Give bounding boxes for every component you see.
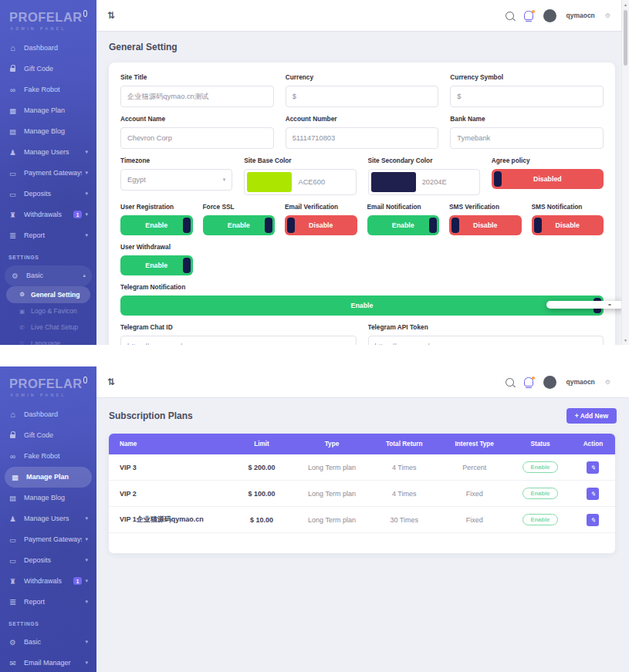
user-settings-icon[interactable]: ⚙ xyxy=(605,379,610,386)
timezone-select[interactable]: Egypt ▾ xyxy=(120,169,232,191)
text-input[interactable]: Chevron Corp xyxy=(120,127,274,149)
sidebar-item-label: Dashboard xyxy=(24,44,88,52)
sidebar-item-label: Manage Users xyxy=(24,515,82,522)
collapse-menu-icon[interactable]: ⇅ xyxy=(107,377,115,387)
setting-toggle[interactable]: Enable xyxy=(203,215,276,235)
sidebar-item[interactable]: Manage Users xyxy=(0,508,96,529)
user-settings-icon[interactable]: ⚙ xyxy=(605,12,610,19)
sidebar-item[interactable]: Report xyxy=(0,592,96,613)
plan-action-cell xyxy=(571,514,615,526)
table-row: VIP 2 $ 100.00 Long Term plan 4 Times Fi… xyxy=(109,481,615,507)
telegram-notification-toggle[interactable]: Enable xyxy=(120,295,604,316)
scrollbar-thumb[interactable] xyxy=(624,10,628,66)
text-input[interactable]: https://qymao.cn/ xyxy=(120,336,357,345)
sidebar-item[interactable]: Gift Code xyxy=(0,59,96,79)
sidebar-item[interactable]: Dashboard xyxy=(0,404,96,425)
plan-limit: $ 100.00 xyxy=(228,490,294,498)
sidebar-item[interactable]: Fake Robot xyxy=(0,446,96,467)
page-content: Subscription Plans + Add New Name Limit … xyxy=(96,397,629,672)
secondary-color-input[interactable]: 20204E xyxy=(368,169,480,195)
sidebar-item[interactable]: Withdrawals 1 xyxy=(0,204,96,225)
text-input[interactable]: https://qymao.cn/ xyxy=(368,336,604,345)
sidebar: PROFELAR ADMIN PANEL Dashboard Gift Code… xyxy=(0,366,96,672)
sidebar-item[interactable]: Basic xyxy=(0,632,96,653)
notifications-bell-icon[interactable] xyxy=(524,11,533,20)
setting-toggle[interactable]: Disable xyxy=(532,215,604,235)
sidebar-item[interactable]: Fake Robot xyxy=(0,79,96,100)
scroll-up-arrow-icon[interactable]: ▲ xyxy=(622,2,629,7)
sidebar-item[interactable]: Payment Gateways xyxy=(0,529,96,550)
edit-button[interactable] xyxy=(587,514,599,526)
sidebar-item[interactable]: SETTINGS xyxy=(0,616,96,632)
setting-toggle[interactable]: Disable xyxy=(449,215,522,235)
search-icon[interactable] xyxy=(506,378,514,387)
setting-toggle[interactable]: Enable xyxy=(367,215,440,235)
user-avatar[interactable] xyxy=(543,9,556,22)
setting-toggle[interactable]: Enable xyxy=(120,215,193,235)
sidebar-item[interactable]: Payment Gateways xyxy=(0,163,96,184)
sidebar-item[interactable]: Manage Plan xyxy=(0,100,96,121)
status-badge[interactable]: Enable xyxy=(522,514,559,525)
sidebar-item[interactable]: Logo & Favicon xyxy=(0,303,96,319)
base-color-value: ACE600 xyxy=(298,178,325,186)
sogou-ime-toolbar xyxy=(546,301,625,309)
scroll-down-arrow-icon[interactable]: ▼ xyxy=(622,338,629,343)
sidebar-item[interactable]: Report xyxy=(0,225,96,246)
top-navbar: ⇅ qymaocn ⚙ xyxy=(96,0,629,31)
secondary-color-field: Site Secondary Color 20204E xyxy=(368,157,480,195)
form-row-withdrawal: User Withdrawal Enable xyxy=(120,243,604,275)
text-input[interactable]: 企业猫源码qymao.cn测试 xyxy=(120,86,274,107)
sidebar-item[interactable]: Manage Blog xyxy=(0,488,96,508)
setting-toggle[interactable]: Disable xyxy=(285,215,357,235)
timezone-value: Egypt xyxy=(127,176,146,184)
sidebar-item[interactable]: Gift Code xyxy=(0,425,96,446)
sidebar-item-label: Gift Code xyxy=(24,431,88,439)
status-badge[interactable]: Enable xyxy=(522,461,559,473)
base-color-input[interactable]: ACE600 xyxy=(244,169,356,195)
edit-button[interactable] xyxy=(587,488,599,500)
sidebar-item[interactable]: Withdrawals 1 xyxy=(0,571,96,592)
scrollbar[interactable]: ▲ ▼ xyxy=(621,0,629,345)
page: { "colors": { "accent_purple": "#7367f0"… xyxy=(0,0,629,672)
text-input[interactable]: 51114710803 xyxy=(286,127,439,149)
chevron-icon xyxy=(85,170,88,176)
username[interactable]: qymaocn xyxy=(566,12,595,19)
sidebar-item[interactable]: General Setting xyxy=(6,286,90,303)
text-input[interactable]: $ xyxy=(286,86,439,107)
collapse-menu-icon[interactable]: ⇅ xyxy=(107,10,115,21)
agree-policy-toggle[interactable]: Disabled xyxy=(492,169,604,189)
user-withdrawal-toggle[interactable]: Enable xyxy=(120,255,193,275)
sidebar-item[interactable]: Manage Plan xyxy=(5,467,92,488)
add-new-button[interactable]: + Add New xyxy=(566,408,617,424)
edit-button[interactable] xyxy=(587,461,599,474)
sidebar-item[interactable]: Deposits xyxy=(0,184,96,204)
field-label: Agree policy xyxy=(492,157,604,164)
toggle-field: SMS Notification Disable xyxy=(532,203,604,235)
text-input[interactable]: Tymebank xyxy=(450,127,604,149)
sidebar-item[interactable]: Deposits xyxy=(0,550,96,571)
form-field: Currency $ xyxy=(286,73,439,107)
secondary-color-swatch[interactable] xyxy=(371,172,416,192)
sidebar-item-label: Email Manager xyxy=(24,659,82,667)
notifications-bell-icon[interactable] xyxy=(524,377,533,387)
sogou-toolbar-icon[interactable] xyxy=(608,304,611,306)
plan-status-cell: Enable xyxy=(509,514,571,525)
sidebar-item[interactable]: SETTINGS xyxy=(0,250,96,265)
sidebar-item[interactable]: Dashboard xyxy=(0,38,96,59)
search-icon[interactable] xyxy=(506,12,514,20)
sidebar-item[interactable]: Language xyxy=(0,336,96,346)
chevron-icon xyxy=(85,599,88,605)
base-color-swatch[interactable] xyxy=(247,172,292,192)
username[interactable]: qymaocn xyxy=(566,378,595,386)
user-avatar[interactable] xyxy=(543,376,556,389)
sidebar-item[interactable]: Manage Users xyxy=(0,142,96,163)
text-input[interactable]: $ xyxy=(450,86,604,107)
sidebar-item[interactable]: Basic xyxy=(5,265,92,286)
sidebar-item[interactable]: Email Manager xyxy=(0,653,96,672)
sidebar-item[interactable]: Manage Blog xyxy=(0,121,96,142)
chevron-icon xyxy=(85,515,88,522)
sidebar-item[interactable]: Live Chat Setup xyxy=(0,319,96,336)
status-badge[interactable]: Enable xyxy=(522,488,559,499)
plan-action-cell xyxy=(571,461,615,474)
sidebar-item-label: Language xyxy=(31,339,88,345)
